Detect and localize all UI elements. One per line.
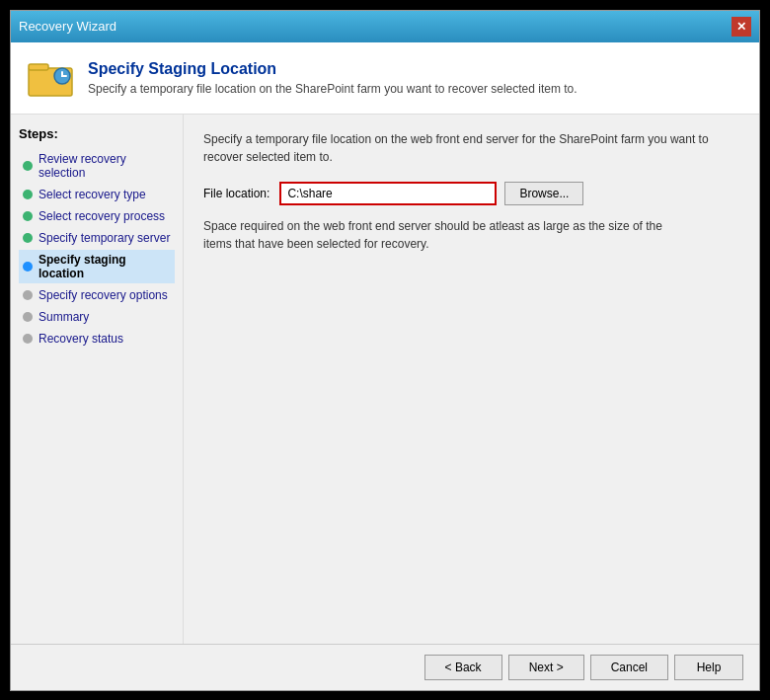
sidebar-dot-summary [23,312,33,322]
file-location-input[interactable] [279,182,497,205]
browse-button[interactable]: Browse... [504,182,583,205]
sidebar-dot-review [23,161,33,171]
sidebar-item-staging[interactable]: Specify staging location [19,250,175,283]
sidebar-dot-select-type [23,190,33,199]
window-title: Recovery Wizard [19,19,116,34]
main-content: Specify a temporary file location on the… [184,115,759,644]
sidebar-item-summary[interactable]: Summary [19,307,175,327]
sidebar-item-review[interactable]: Review recovery selection [19,149,175,183]
body-section: Steps: Review recovery selectionSelect r… [11,115,759,644]
header-text: Specify Staging Location Specify a tempo… [88,60,578,96]
header-section: Specify Staging Location Specify a tempo… [11,42,759,115]
svg-rect-1 [29,64,48,70]
back-button[interactable]: < Back [424,655,502,680]
sidebar-dot-select-process [23,211,33,221]
sidebar-label-select-type: Select recovery type [38,188,146,201]
sidebar-dot-staging [23,262,33,272]
space-note: Space required on the web front end serv… [203,217,677,253]
sidebar-dot-recovery-options [23,290,33,300]
sidebar-item-select-process[interactable]: Select recovery process [19,206,175,226]
sidebar-dot-recovery-status [23,334,33,344]
close-button[interactable]: ✕ [732,17,751,37]
file-location-label: File location: [203,187,270,200]
sidebar-label-recovery-options: Specify recovery options [38,288,168,302]
header-subtitle: Specify a temporary file location on the… [88,82,578,96]
recovery-wizard-window: Recovery Wizard ✕ Specify Staging Locati… [10,10,760,691]
sidebar-label-select-process: Select recovery process [38,209,165,223]
header-icon [27,54,74,102]
sidebar: Steps: Review recovery selectionSelect r… [11,115,184,644]
header-title: Specify Staging Location [88,60,578,78]
sidebar-label-review: Review recovery selection [38,152,171,180]
sidebar-label-staging: Specify staging location [38,253,171,280]
sidebar-label-temp-server: Specify temporary server [38,231,170,245]
file-location-row: File location: Browse... [203,182,739,205]
sidebar-label-recovery-status: Recovery status [38,332,123,346]
next-button[interactable]: Next > [508,655,584,680]
sidebar-item-temp-server[interactable]: Specify temporary server [19,228,175,248]
main-description: Specify a temporary file location on the… [203,130,739,166]
sidebar-title: Steps: [19,126,175,141]
help-button[interactable]: Help [674,655,743,680]
sidebar-label-summary: Summary [38,310,89,324]
sidebar-dot-temp-server [23,233,33,243]
title-bar: Recovery Wizard ✕ [11,11,759,42]
footer: < Back Next > Cancel Help [11,644,759,690]
sidebar-item-select-type[interactable]: Select recovery type [19,185,175,204]
cancel-button[interactable]: Cancel [590,655,668,680]
sidebar-item-recovery-options[interactable]: Specify recovery options [19,285,175,305]
sidebar-item-recovery-status[interactable]: Recovery status [19,329,175,349]
